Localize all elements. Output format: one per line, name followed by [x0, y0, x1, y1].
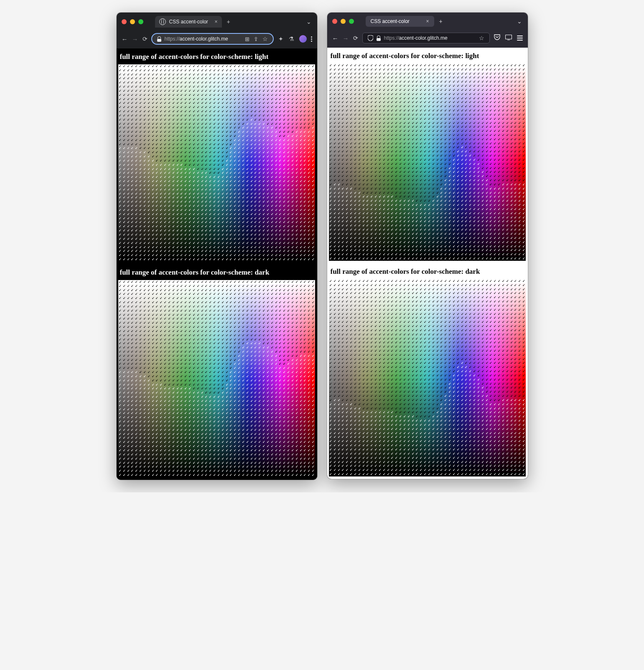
swatch-cell[interactable]: ✓: [299, 118, 303, 122]
swatch-cell[interactable]: ✓: [448, 398, 452, 403]
translate-icon[interactable]: ⊞: [245, 36, 249, 42]
swatch-cell[interactable]: ✓: [180, 420, 184, 424]
swatch-cell[interactable]: ✓: [390, 68, 395, 72]
swatch-cell[interactable]: ✓: [349, 324, 354, 329]
swatch-cell[interactable]: ✓: [374, 382, 378, 386]
swatch-cell[interactable]: ✓: [427, 472, 431, 476]
swatch-cell[interactable]: ✓: [395, 403, 399, 407]
swatch-cell[interactable]: ✓: [468, 456, 473, 460]
swatch-cell[interactable]: ✓: [159, 130, 163, 134]
swatch-cell[interactable]: ✓: [411, 142, 415, 146]
swatch-cell[interactable]: ✓: [353, 390, 357, 394]
swatch-cell[interactable]: ✓: [382, 283, 386, 288]
swatch-cell[interactable]: ✓: [333, 68, 337, 72]
swatch-cell[interactable]: ✓: [509, 324, 514, 329]
swatch-cell[interactable]: ✓: [427, 316, 431, 320]
swatch-cell[interactable]: ✓: [444, 64, 448, 68]
swatch-cell[interactable]: ✓: [518, 427, 522, 431]
swatch-cell[interactable]: ✓: [184, 163, 188, 167]
swatch-cell[interactable]: ✓: [171, 163, 176, 167]
swatch-cell[interactable]: ✓: [345, 195, 349, 199]
swatch-cell[interactable]: ✓: [307, 465, 311, 469]
swatch-cell[interactable]: ✓: [143, 188, 147, 192]
swatch-cell[interactable]: ✓: [213, 292, 217, 296]
swatch-cell[interactable]: ✓: [390, 211, 395, 216]
swatch-cell[interactable]: ✓: [237, 81, 242, 85]
swatch-cell[interactable]: ✓: [497, 341, 501, 345]
swatch-cell[interactable]: ✓: [427, 117, 431, 121]
swatch-cell[interactable]: ✓: [341, 104, 345, 109]
swatch-cell[interactable]: ✓: [402, 316, 407, 320]
swatch-cell[interactable]: ✓: [399, 76, 403, 80]
swatch-cell[interactable]: ✓: [440, 236, 444, 240]
swatch-cell[interactable]: ✓: [444, 283, 448, 288]
swatch-cell[interactable]: ✓: [395, 76, 399, 80]
swatch-cell[interactable]: ✓: [473, 443, 477, 448]
swatch-cell[interactable]: ✓: [370, 240, 374, 245]
swatch-cell[interactable]: ✓: [395, 117, 399, 121]
swatch-cell[interactable]: ✓: [357, 158, 361, 162]
chrome-menu-icon[interactable]: [311, 36, 312, 42]
swatch-cell[interactable]: ✓: [464, 415, 468, 419]
swatch-cell[interactable]: ✓: [370, 345, 374, 349]
swatch-cell[interactable]: ✓: [333, 304, 337, 308]
swatch-cell[interactable]: ✓: [221, 114, 225, 118]
swatch-cell[interactable]: ✓: [509, 207, 514, 211]
swatch-cell[interactable]: ✓: [290, 64, 295, 69]
swatch-cell[interactable]: ✓: [188, 253, 192, 257]
swatch-cell[interactable]: ✓: [155, 374, 159, 379]
swatch-cell[interactable]: ✓: [290, 399, 295, 403]
swatch-cell[interactable]: ✓: [366, 142, 370, 146]
swatch-cell[interactable]: ✓: [283, 440, 287, 444]
swatch-cell[interactable]: ✓: [188, 461, 192, 465]
swatch-cell[interactable]: ✓: [200, 64, 204, 69]
swatch-cell[interactable]: ✓: [147, 415, 151, 420]
swatch-cell[interactable]: ✓: [431, 129, 435, 133]
swatch-cell[interactable]: ✓: [258, 403, 262, 408]
swatch-cell[interactable]: ✓: [423, 411, 428, 415]
swatch-cell[interactable]: ✓: [390, 386, 395, 390]
swatch-cell[interactable]: ✓: [386, 142, 390, 146]
swatch-cell[interactable]: ✓: [407, 403, 411, 407]
swatch-cell[interactable]: ✓: [489, 211, 493, 216]
swatch-cell[interactable]: ✓: [241, 461, 245, 465]
swatch-cell[interactable]: ✓: [290, 122, 295, 126]
swatch-cell[interactable]: ✓: [290, 469, 295, 473]
swatch-cell[interactable]: ✓: [213, 358, 217, 362]
swatch-cell[interactable]: ✓: [147, 217, 151, 221]
swatch-cell[interactable]: ✓: [329, 129, 333, 133]
swatch-cell[interactable]: ✓: [254, 143, 258, 147]
swatch-cell[interactable]: ✓: [262, 183, 266, 188]
swatch-cell[interactable]: ✓: [270, 179, 274, 183]
swatch-cell[interactable]: ✓: [456, 362, 460, 366]
swatch-cell[interactable]: ✓: [274, 249, 278, 253]
swatch-cell[interactable]: ✓: [509, 84, 514, 88]
swatch-cell[interactable]: ✓: [514, 456, 518, 460]
swatch-cell[interactable]: ✓: [485, 456, 489, 460]
swatch-cell[interactable]: ✓: [497, 394, 501, 398]
swatch-cell[interactable]: ✓: [431, 92, 435, 97]
swatch-cell[interactable]: ✓: [159, 204, 163, 208]
swatch-cell[interactable]: ✓: [353, 324, 357, 329]
swatch-cell[interactable]: ✓: [139, 387, 143, 391]
swatch-cell[interactable]: ✓: [278, 64, 283, 69]
swatch-cell[interactable]: ✓: [349, 166, 354, 171]
swatch-cell[interactable]: ✓: [509, 121, 514, 125]
swatch-cell[interactable]: ✓: [155, 93, 159, 97]
swatch-cell[interactable]: ✓: [155, 350, 159, 354]
swatch-cell[interactable]: ✓: [345, 349, 349, 353]
swatch-cell[interactable]: ✓: [295, 469, 299, 473]
swatch-cell[interactable]: ✓: [258, 208, 262, 212]
swatch-cell[interactable]: ✓: [349, 283, 354, 288]
swatch-cell[interactable]: ✓: [167, 93, 171, 97]
swatch-cell[interactable]: ✓: [287, 436, 291, 441]
swatch-cell[interactable]: ✓: [452, 257, 456, 261]
swatch-cell[interactable]: ✓: [233, 338, 237, 342]
swatch-cell[interactable]: ✓: [270, 399, 274, 403]
swatch-cell[interactable]: ✓: [299, 114, 303, 118]
swatch-cell[interactable]: ✓: [464, 357, 468, 362]
swatch-cell[interactable]: ✓: [233, 192, 237, 196]
swatch-cell[interactable]: ✓: [147, 424, 151, 428]
swatch-cell[interactable]: ✓: [411, 403, 415, 407]
swatch-cell[interactable]: ✓: [440, 245, 444, 249]
